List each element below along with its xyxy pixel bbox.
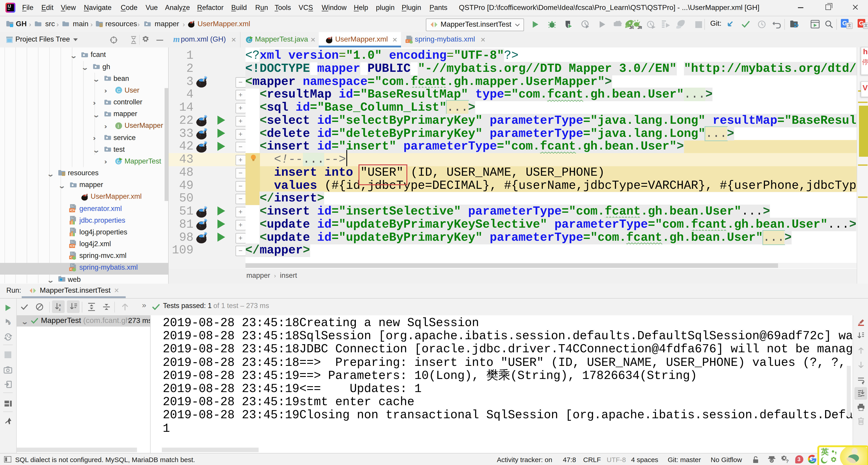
svg-text:?: ? [786,459,789,463]
svg-text:9: 9 [8,320,11,325]
svg-text:<>: <> [70,244,75,248]
svg-text:<: < [406,39,408,43]
svg-text:z: z [59,307,61,311]
svg-text:a: a [59,303,61,307]
svg-text:JR: JR [638,26,642,29]
svg-text:<: < [70,256,72,260]
svg-text:<: < [70,267,72,271]
svg-text:<>: <> [70,208,75,213]
svg-text:C: C [117,88,121,94]
svg-text:I: I [118,123,119,129]
